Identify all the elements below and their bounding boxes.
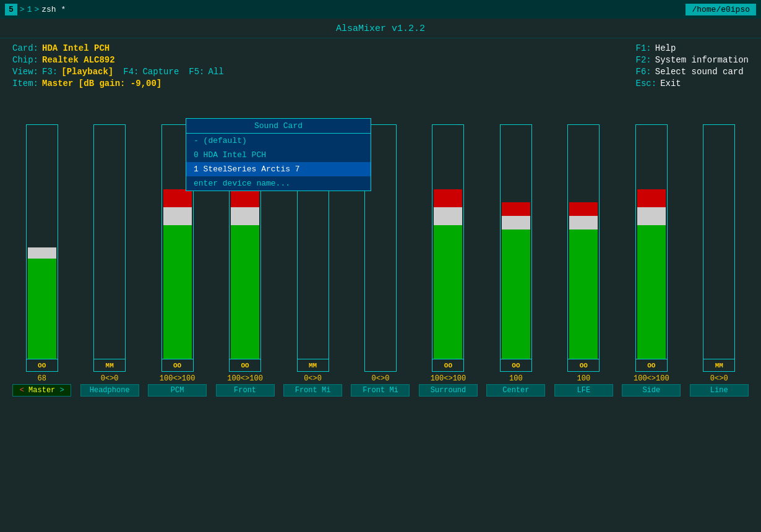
fader-red-lfe [569,202,598,216]
fader-white-center [502,216,530,230]
fader-badge-side: OO [636,359,667,371]
channel-value-headphone: 0<>0 [101,374,119,383]
fader-box-surround[interactable]: OO [432,124,464,372]
view-playback[interactable]: [Playback] [61,67,113,77]
item-value: Master [dB gain: -9,00] [42,79,161,88]
fader-fill-surround [434,189,462,359]
info-section: Card: HDA Intel PCH Chip: Realtek ALC892… [0,38,761,93]
fader-red-front [231,189,259,207]
f6-val: Select sound card [655,67,744,77]
channel-master[interactable]: OO [12,124,71,372]
dialog-item-1[interactable]: 0 HDA Intel PCH [186,148,371,162]
view-f3[interactable]: F3: [42,67,58,77]
fader-badge-pcm: OO [162,359,193,371]
dialog-item-2[interactable]: 1 SteelSeries Arctis 7 [186,162,371,176]
tab-number[interactable]: 5 [5,4,17,15]
channel-name-frontmic[interactable]: Front Mi [283,384,342,397]
channel-surround[interactable]: OO [419,124,478,372]
tab-label[interactable]: zsh * [41,5,66,14]
channel-bottom-side: 100<>100Side [622,374,681,397]
fader-box-headphone[interactable]: MM [93,124,126,372]
fader-badge-frontmic: MM [298,359,329,371]
fader-box-lfe[interactable]: OO [567,124,600,372]
fader-box-side[interactable]: OO [635,124,668,372]
f2-val: System information [655,55,749,65]
channel-bottom-front: 100<>100Front [216,374,275,397]
fader-green-side [637,225,666,359]
channel-value-line: 0<>0 [710,374,728,383]
fader-red-pcm [163,189,192,207]
dialog-item-0[interactable]: - (default) [186,134,371,148]
info-left: Card: HDA Intel PCH Chip: Realtek ALC892… [12,43,224,88]
channel-center[interactable]: OO [486,124,545,372]
dialog-item-3[interactable]: enter device name... [186,176,371,191]
channel-bottom-center: 100Center [486,374,545,397]
fader-white-surround [434,207,462,225]
card-row: Card: HDA Intel PCH [12,43,224,53]
dialog-items: - (default)0 HDA Intel PCH1 SteelSeries … [186,134,371,191]
channel-bottom-lfe: 100LFE [554,374,613,397]
sound-card-dialog[interactable]: Sound Card - (default)0 HDA Intel PCH1 S… [186,118,371,191]
info-right: F1: Help F2: System information F6: Sele… [636,43,749,88]
channel-name-master[interactable]: < Master > [12,384,71,397]
fader-box-line[interactable]: MM [703,124,735,372]
channel-name-center[interactable]: Center [486,384,545,397]
fader-green-surround [434,225,462,359]
view-all: All [209,67,224,77]
bottom-labels: 68< Master >0<>0Headphone100<>100PCM100<… [6,374,755,397]
channel-value-side: 100<>100 [634,374,669,383]
channel-bottom-frontmic2: 0<>0Front Mi [351,374,410,397]
fader-fill-side [637,189,666,359]
channel-bottom-headphone: 0<>0Headphone [80,374,139,397]
fader-white-pcm [163,207,192,225]
help-f6-row: F6: Select sound card [636,67,749,77]
fader-badge-line: MM [703,359,734,371]
fader-green-front [231,225,259,359]
channel-headphone[interactable]: MM [80,124,139,372]
channel-name-lfe[interactable]: LFE [554,384,613,397]
channel-side[interactable]: OO [622,124,681,372]
tab-arrow2: > [34,5,39,14]
channel-value-center: 100 [509,374,523,383]
fader-fill-lfe [569,202,598,359]
f2-key: F2: [636,55,651,65]
channel-name-side[interactable]: Side [622,384,681,397]
title-bar: AlsaMixer v1.2.2 [0,19,761,38]
fader-badge-front: OO [230,359,260,371]
fader-fill-front [231,189,259,359]
channels-container: OOMMOOOOMMOOOOOOOOMM [6,100,755,372]
app-title: AlsaMixer v1.2.2 [336,24,425,34]
chip-value: Realtek ALC892 [42,55,115,65]
view-capture: Capture [142,67,179,77]
chip-row: Chip: Realtek ALC892 [12,55,224,65]
fader-box-master[interactable]: OO [26,124,58,372]
fader-badge-lfe: OO [568,359,599,371]
fader-white-master [28,247,56,259]
channel-name-front[interactable]: Front [216,384,275,397]
channel-bottom-line: 0<>0Line [690,374,749,397]
channel-bottom-frontmic: 0<>0Front Mi [283,374,342,397]
dialog-title: Sound Card [186,119,371,134]
fader-fill-center [502,202,530,359]
channel-name-frontmic2[interactable]: Front Mi [351,384,410,397]
channel-value-surround: 100<>100 [431,374,466,383]
view-f4[interactable]: F4: [123,67,139,77]
channel-value-front: 100<>100 [227,374,263,383]
channel-name-line[interactable]: Line [690,384,749,397]
item-label: Item: [12,79,38,88]
fader-white-front [231,207,259,225]
view-row: View: F3: [Playback] F4: Capture F5: All [12,67,224,77]
fader-badge-master: OO [27,359,58,371]
channel-lfe[interactable]: OO [554,124,613,372]
channel-line[interactable]: MM [690,124,749,372]
fader-red-surround [434,189,462,207]
channel-name-surround[interactable]: Surround [419,384,478,397]
fader-box-center[interactable]: OO [500,124,532,372]
channel-name-pcm[interactable]: PCM [148,384,207,397]
channel-name-headphone[interactable]: Headphone [80,384,139,397]
fader-white-lfe [569,216,598,230]
fader-green-lfe [569,230,598,359]
card-label: Card: [12,43,38,53]
view-f5[interactable]: F5: [189,67,204,77]
fader-badge-headphone: MM [94,359,125,371]
